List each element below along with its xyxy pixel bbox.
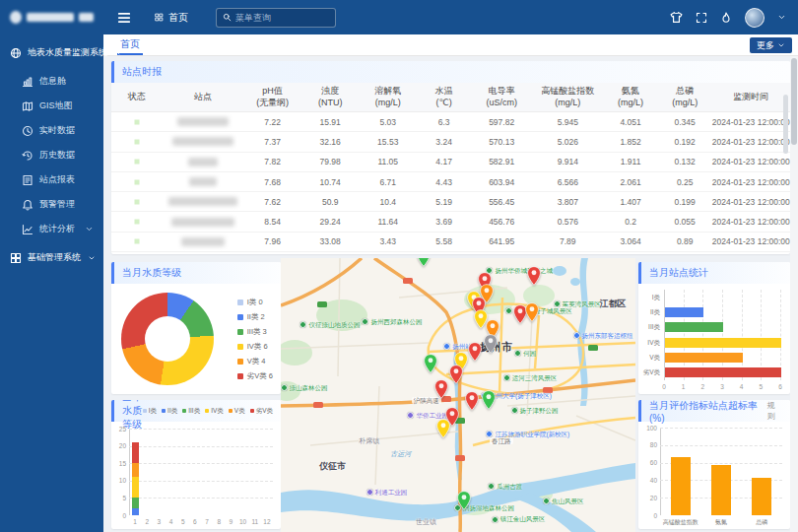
- map-poi-label[interactable]: 江苏旅游职业学院(新校区): [486, 431, 569, 437]
- v-bar[interactable]: [752, 478, 771, 515]
- table-row[interactable]: 7.3732.1615.533.24570.135.0261.8520.1922…: [111, 132, 790, 152]
- map-pin-red[interactable]: [468, 342, 482, 362]
- cell-value: 0.132: [658, 157, 712, 166]
- column-header: 高锰酸盐指数(mg/L): [532, 83, 603, 111]
- sidebar-item-2[interactable]: 实时数据: [0, 118, 103, 143]
- map-poi-label[interactable]: 扬子津野公园: [511, 407, 559, 414]
- stacked-bar-segment[interactable]: [132, 508, 139, 515]
- history-icon: [22, 150, 33, 162]
- map-pin-red[interactable]: [465, 391, 479, 411]
- more-button[interactable]: 更多: [750, 37, 792, 53]
- stacked-bar-segment[interactable]: [132, 477, 139, 498]
- fullscreen-icon[interactable]: [696, 12, 707, 24]
- v-bar[interactable]: [671, 457, 691, 515]
- legend-item[interactable]: I类 0: [237, 298, 273, 307]
- map-poi-label[interactable]: 运河三湾风景区: [503, 374, 558, 381]
- panel-title: 站点时报: [111, 61, 790, 83]
- sidebar-item-0[interactable]: 信息舱: [0, 69, 103, 94]
- map-poi-label[interactable]: 利通工业园: [366, 489, 408, 496]
- legend-item[interactable]: IV类: [205, 407, 224, 416]
- map-pin-orange[interactable]: [525, 302, 539, 322]
- theme-shirt-icon[interactable]: [670, 11, 683, 24]
- hamburger-menu-icon[interactable]: [117, 11, 131, 25]
- stacked-bar-segment[interactable]: [132, 463, 139, 477]
- map-poi-label[interactable]: 瓜洲古渡: [488, 483, 522, 490]
- legend-item[interactable]: 劣V类: [250, 407, 273, 416]
- map-poi-label[interactable]: 扬州西郊森林公园: [362, 318, 422, 325]
- stacked-bar-segment[interactable]: [132, 442, 139, 463]
- table-row[interactable]: 8.5429.2411.643.69456.760.5760.20.055202…: [111, 212, 790, 232]
- legend-item[interactable]: V类: [229, 407, 245, 416]
- rules-link[interactable]: 规则: [767, 400, 782, 422]
- sidebar-item-6[interactable]: 统计分析: [0, 217, 103, 241]
- scrollbar-thumb[interactable]: [791, 58, 797, 145]
- map-pin-gray[interactable]: [484, 334, 498, 354]
- v-bar[interactable]: [711, 465, 731, 515]
- h-bar[interactable]: [665, 353, 743, 363]
- h-bar[interactable]: [665, 307, 703, 317]
- sidebar-item-4[interactable]: 站点报表: [0, 167, 103, 192]
- map-pin-green[interactable]: [482, 390, 496, 410]
- cell-value: 11.64: [359, 217, 417, 227]
- map-poi-label[interactable]: 扬州东部客运枢纽: [573, 332, 633, 339]
- dashboard-content: 站点时报 状态站点pH值(无量纲)浊度(NTU)溶解氧(mg/L)水温(℃)电导…: [103, 56, 798, 532]
- legend-item[interactable]: I类: [143, 407, 157, 416]
- menu-search-box[interactable]: [216, 8, 336, 28]
- map-pin-red[interactable]: [449, 365, 463, 384]
- panel-title: 当月水质等级: [111, 262, 281, 284]
- map-pin-yellow[interactable]: [436, 419, 450, 438]
- cell-value: 2024-01-23 12:00:00: [712, 137, 790, 147]
- map-poi-label[interactable]: 仪征捺山地质公园: [299, 321, 360, 328]
- cell-value: 0.192: [658, 137, 712, 147]
- table-row[interactable]: 7.6810.746.714.43603.946.5662.0610.25202…: [111, 172, 790, 192]
- avatar[interactable]: [745, 8, 765, 28]
- gis-map[interactable]: 扬州市江都区仪征市朴席镇世业镇沪陕高速春江路古运河 扬州华侨城梦幻之城 茱萸湾风…: [281, 258, 635, 532]
- map-pin-green[interactable]: [417, 258, 431, 267]
- legend-item[interactable]: V类 4: [237, 357, 273, 366]
- table-row[interactable]: 7.2215.915.036.3597.825.9454.0510.345202…: [111, 112, 790, 132]
- legend-item[interactable]: III类: [182, 407, 200, 416]
- search-input[interactable]: [235, 13, 324, 23]
- donut-hole: [145, 316, 190, 362]
- legend-item[interactable]: II类: [162, 407, 177, 416]
- table-row[interactable]: 7.9633.083.435.58641.957.893.0640.892024…: [111, 233, 790, 252]
- cell-value: 556.45: [471, 197, 532, 207]
- table-row[interactable]: 7.8279.9811.054.17582.919.9141.9110.1322…: [111, 153, 790, 172]
- legend-item[interactable]: II类 2: [237, 312, 273, 322]
- chart-legend: I类II类III类IV类V类劣V类: [143, 407, 273, 416]
- map-pin-green[interactable]: [424, 354, 437, 373]
- sidebar-group-base-system[interactable]: 基础管理系统: [0, 241, 103, 272]
- cell-value: 603.94: [471, 177, 532, 187]
- map-poi-label[interactable]: 捺山森林公园: [281, 384, 328, 391]
- legend-item[interactable]: 劣V类 6: [237, 371, 273, 381]
- table-row[interactable]: 7.6250.910.45.19556.453.8071.4070.199202…: [111, 192, 790, 212]
- map-poi-label[interactable]: 扬州华侨城梦幻之城: [486, 267, 553, 274]
- map-pin-red[interactable]: [434, 379, 448, 399]
- stacked-bar-segment[interactable]: [132, 498, 139, 508]
- table-scrollbar[interactable]: [783, 95, 788, 154]
- sidebar-item-1[interactable]: GIS地图: [0, 94, 103, 118]
- cell-value: 0.345: [658, 117, 712, 127]
- sidebar: 地表水质量监测系统 信息舱 GIS地图 实时数据 历史数据 站点报表 预警管理 …: [0, 0, 103, 532]
- map-poi-label[interactable]: 焦山风景区: [543, 498, 584, 504]
- breadcrumb[interactable]: 首页: [155, 11, 188, 25]
- legend-item[interactable]: IV类 6: [237, 342, 273, 352]
- h-bar[interactable]: [665, 322, 723, 332]
- sidebar-item-3[interactable]: 历史数据: [0, 143, 103, 167]
- main-scrollbar[interactable]: [790, 56, 798, 532]
- sidebar-group-label: 基础管理系统: [28, 251, 82, 264]
- h-bar[interactable]: [665, 367, 781, 377]
- legend-item[interactable]: III类 3: [237, 327, 273, 337]
- map-poi-label[interactable]: 镇江金山风景区: [492, 515, 546, 522]
- cell-value: 50.9: [301, 197, 360, 207]
- column-header: 氨氮(mg/L): [603, 83, 657, 111]
- map-pin-red[interactable]: [527, 266, 541, 286]
- flame-icon[interactable]: [720, 12, 732, 24]
- column-header: 溶解氧(mg/L): [359, 83, 417, 111]
- sidebar-item-5[interactable]: 预警管理: [0, 192, 103, 217]
- map-pin-green[interactable]: [457, 491, 471, 510]
- chevron-down-icon[interactable]: [777, 13, 786, 22]
- h-bar[interactable]: [665, 338, 781, 348]
- sidebar-group-water-system[interactable]: 地表水质量监测系统: [0, 34, 103, 69]
- map-poi-label[interactable]: 何园: [514, 350, 536, 357]
